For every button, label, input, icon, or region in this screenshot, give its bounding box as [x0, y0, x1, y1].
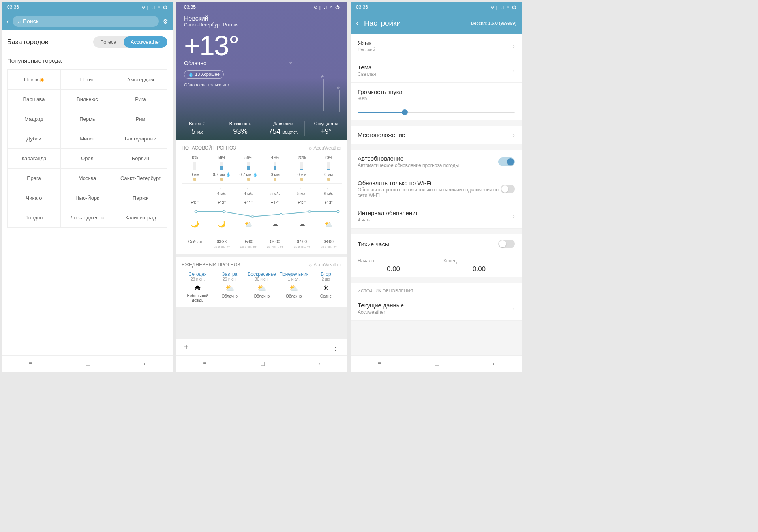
city-cell[interactable]: Пекин — [61, 70, 114, 90]
city-cell[interactable]: Лос-анджелес — [61, 208, 114, 228]
navbar: ≡ □ ‹ — [351, 355, 522, 372]
tab-foreca[interactable]: Foreca — [93, 36, 123, 48]
pressure-label: Давление — [262, 121, 305, 126]
svg-point-5 — [337, 210, 339, 213]
city-cell[interactable]: Орел — [61, 149, 114, 169]
city-cell[interactable]: Берлин — [114, 149, 167, 169]
hour-time: 05:0028 июн., пт — [235, 239, 262, 249]
row-current-data[interactable]: Текущие данныеAccuweather› — [351, 296, 522, 321]
nav-menu-icon[interactable]: ≡ — [28, 360, 32, 367]
wind-label: Ветер С — [176, 121, 219, 126]
city-cell[interactable]: Благодарный — [114, 129, 167, 149]
hour-precip: 20%0 мм — [289, 155, 315, 182]
toggle-wifi-only[interactable] — [501, 185, 515, 193]
city-cell[interactable]: Лондон — [8, 208, 61, 228]
nav-home-icon[interactable]: □ — [435, 360, 439, 367]
day-cell[interactable]: Понедельник1 июл.⛅Облачно — [278, 272, 310, 302]
back-button[interactable]: ‹ — [6, 17, 9, 26]
tab-accuweather[interactable]: Accuweather — [124, 36, 167, 48]
city-cell[interactable]: Париж — [114, 188, 167, 208]
more-icon[interactable]: ⋮ — [332, 343, 340, 352]
status-icons: ⊘ ‖ ⋮ll ᯤ ⏻ — [491, 5, 516, 10]
city-cell[interactable]: Рим — [114, 109, 167, 129]
svg-point-3 — [280, 213, 282, 215]
city-cell[interactable]: Амстердам — [114, 70, 167, 90]
svg-point-4 — [308, 210, 311, 213]
updated-label: Обновлено только что — [184, 82, 340, 87]
city-cell[interactable]: Мадрид — [8, 109, 61, 129]
nav-home-icon[interactable]: □ — [86, 360, 90, 367]
toggle-autoupdate[interactable] — [498, 157, 515, 166]
row-quiet-times[interactable]: Начало0:00 Конец0:00 — [351, 254, 522, 277]
hour-time: 08:0028 июн., пт — [315, 239, 342, 249]
search-input[interactable]: ⌕ Поиск — [13, 16, 159, 27]
city-cell[interactable]: Вильнюс — [61, 90, 114, 109]
source-toggle: Foreca Accuweather — [93, 36, 167, 48]
row-location[interactable]: Местоположение› — [351, 126, 522, 144]
hour-temp: +12° — [262, 200, 289, 208]
back-button[interactable]: ‹ — [356, 19, 358, 28]
hourly-title: ПОЧАСОВОЙ ПРОГНОЗ — [182, 145, 236, 151]
hour-icon: ☁ — [289, 219, 315, 229]
hour-wind: ⌐ — [182, 185, 208, 197]
chevron-right-icon: › — [513, 213, 515, 219]
hour-wind: ⌐5 м/с — [262, 185, 289, 197]
svg-point-2 — [251, 215, 254, 218]
city-cell[interactable]: Москва — [61, 169, 114, 188]
hero-stats: Ветер С5 м/с Влажность93% Давление754 мм… — [176, 116, 347, 140]
hour-icon: 🌙 — [182, 219, 208, 229]
nav-back-icon[interactable]: ‹ — [318, 360, 320, 367]
hour-icon: 🌙 — [208, 219, 235, 229]
volume-slider[interactable] — [351, 107, 522, 120]
nav-menu-icon[interactable]: ≡ — [377, 360, 381, 367]
settings-icon[interactable]: ⚙ — [163, 18, 168, 25]
aqi-chip[interactable]: 💧 13 Хорошее — [184, 70, 224, 79]
settings-title: Настройки — [364, 19, 401, 28]
city-cell[interactable]: Минск — [61, 129, 114, 149]
row-interval[interactable]: Интервал обновления4 часа› — [351, 204, 522, 229]
accuweather-logo: ☼ AccuWeather — [308, 145, 342, 151]
city-cell[interactable]: Калининград — [114, 208, 167, 228]
row-language[interactable]: ЯзыкРусский› — [351, 34, 522, 58]
db-title: База городов — [7, 38, 49, 46]
hour-icon: ⛅ — [315, 219, 342, 229]
day-cell[interactable]: Завтра29 июн.⛅Облачно — [214, 272, 246, 302]
city-cell[interactable]: Пермь — [61, 109, 114, 129]
hour-precip: 49%0 мм — [262, 155, 289, 182]
end-label: Конец — [443, 258, 515, 264]
hour-icon: ☁ — [262, 219, 289, 229]
city-cell[interactable]: Нью-Йорк — [61, 188, 114, 208]
top-bar: ‹ ⌕ Поиск ⚙ — [2, 13, 173, 30]
city-cell[interactable]: Прага — [8, 169, 61, 188]
city-cell[interactable]: Дубай — [8, 129, 61, 149]
accuweather-logo: ☼ AccuWeather — [308, 262, 342, 268]
nav-home-icon[interactable]: □ — [261, 360, 265, 367]
day-cell[interactable]: Воскресенье30 июн.⛅Облачно — [246, 272, 278, 302]
city-cell[interactable]: Варшава — [8, 90, 61, 109]
add-button[interactable]: + — [184, 343, 189, 352]
svg-point-0 — [195, 210, 197, 213]
start-value: 0:00 — [358, 265, 429, 273]
hour-temp: +13° — [289, 200, 315, 208]
nav-back-icon[interactable]: ‹ — [144, 360, 146, 367]
day-cell[interactable]: Втор2 ию☀Солне — [310, 272, 342, 302]
row-wifi-only: Обновлять только по Wi-FiОбновлять прогн… — [351, 174, 522, 204]
status-time: 03:35 — [184, 4, 196, 10]
status-time: 03:36 — [356, 4, 368, 10]
navbar: ≡ □ ‹ — [2, 355, 173, 372]
day-cell[interactable]: Сегодня28 июн.🌧Небольшой дождь — [182, 272, 214, 302]
daily-card: ЕЖЕДНЕВНЫЙ ПРОГНОЗ☼ AccuWeather Сегодня2… — [176, 257, 347, 307]
nav-back-icon[interactable]: ‹ — [493, 360, 495, 367]
city-cell[interactable]: Чикаго — [8, 188, 61, 208]
cities-grid: Поиск◉ПекинАмстердамВаршаваВильнюсРигаМа… — [7, 69, 167, 228]
city-cell[interactable]: Поиск◉ — [8, 70, 61, 90]
row-theme[interactable]: ТемаСветлая› — [351, 58, 522, 83]
city-cell[interactable]: Караганда — [8, 149, 61, 169]
nav-menu-icon[interactable]: ≡ — [203, 360, 206, 367]
search-placeholder: Поиск — [23, 18, 38, 24]
hour-time: 07:0028 июн., пт — [289, 239, 315, 249]
toggle-quiet-hours[interactable] — [498, 240, 515, 248]
city-cell[interactable]: Рига — [114, 90, 167, 109]
city-cell[interactable]: Санкт-Петербург — [114, 169, 167, 188]
hour-wind: ⌐4 м/с — [208, 185, 235, 197]
